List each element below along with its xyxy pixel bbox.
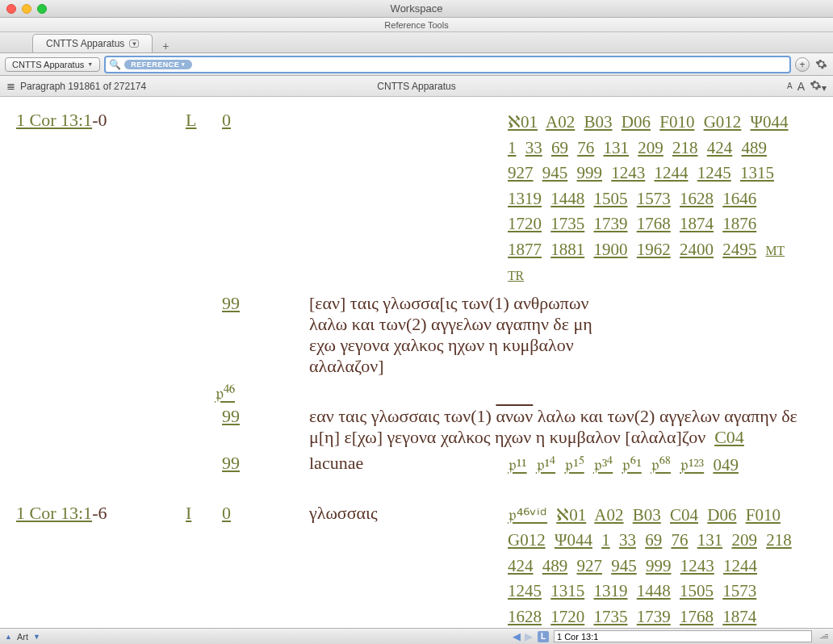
ms-link[interactable]: 1573 bbox=[637, 189, 671, 208]
ms-link[interactable]: 1881 bbox=[550, 240, 584, 259]
ms-link[interactable]: 1505 bbox=[594, 189, 628, 208]
ms-link[interactable]: TR bbox=[508, 269, 524, 282]
ms-link[interactable]: 𝔭⁴⁶ bbox=[215, 382, 235, 407]
font-decrease[interactable]: A bbox=[787, 82, 793, 90]
variant-type[interactable]: I bbox=[186, 503, 191, 523]
ms-link[interactable]: 1735 bbox=[550, 214, 584, 233]
triangle-up-icon[interactable]: ▲ bbox=[5, 633, 12, 641]
ms-link[interactable]: 489 bbox=[542, 556, 568, 575]
ms-link[interactable]: MT bbox=[766, 244, 785, 257]
ms-link[interactable]: 1319 bbox=[508, 189, 542, 208]
ms-link[interactable]: C04 bbox=[714, 427, 744, 447]
list-icon[interactable]: ≣ bbox=[6, 80, 15, 92]
ms-link[interactable]: F010 bbox=[746, 505, 781, 525]
ms-link[interactable]: 1448 bbox=[550, 189, 584, 208]
ms-link[interactable]: Ψ044 bbox=[751, 112, 789, 132]
ms-link[interactable]: 131 bbox=[697, 530, 723, 550]
search-input[interactable] bbox=[195, 59, 786, 70]
ms-link[interactable]: 76 bbox=[577, 138, 594, 157]
ms-link[interactable]: A02 bbox=[594, 505, 623, 525]
ms-link[interactable]: 945 bbox=[542, 163, 568, 182]
ms-link[interactable]: 1319 bbox=[594, 581, 628, 600]
content-area[interactable]: 1 Cor 13:1-0L0‎ℵ01 A02 B03 D06 F010 G012… bbox=[0, 97, 833, 628]
link-badge[interactable]: L bbox=[538, 631, 549, 642]
variant-number[interactable]: 0 bbox=[222, 110, 309, 288]
ms-link[interactable]: 1245 bbox=[508, 581, 542, 600]
ms-link[interactable]: 1315 bbox=[740, 163, 774, 182]
ms-link[interactable]: 999 bbox=[577, 163, 603, 182]
ms-link[interactable]: 69 bbox=[645, 530, 662, 550]
ms-link[interactable]: 33 bbox=[619, 530, 636, 550]
search-field[interactable]: 🔍 REFERENCE ▾ bbox=[104, 56, 791, 73]
resize-handle[interactable] bbox=[817, 634, 828, 638]
ms-link[interactable]: 1 bbox=[508, 138, 517, 157]
ms-link[interactable]: 218 bbox=[766, 530, 792, 550]
variant-number[interactable]: 99 bbox=[222, 293, 309, 377]
font-increase[interactable]: A bbox=[797, 80, 805, 93]
ms-link[interactable]: 1720 bbox=[508, 214, 542, 233]
ms-link[interactable]: F010 bbox=[659, 112, 694, 132]
ms-link[interactable]: 𝔭⁶¹ bbox=[622, 455, 641, 475]
ms-link[interactable]: ‎ℵ01 bbox=[508, 112, 538, 132]
ms-link[interactable]: A02 bbox=[546, 112, 575, 132]
ms-link[interactable]: Ψ044 bbox=[555, 530, 592, 550]
ms-link[interactable]: 2495 bbox=[722, 240, 756, 259]
ms-link[interactable]: 1628 bbox=[508, 607, 542, 626]
ms-link[interactable]: 209 bbox=[731, 530, 757, 550]
ms-link[interactable]: 1900 bbox=[594, 240, 628, 259]
ms-link[interactable]: 218 bbox=[672, 138, 698, 157]
ms-link[interactable]: 945 bbox=[611, 556, 637, 575]
ms-link[interactable]: 𝔭⁴⁶ᵛⁱᵈ bbox=[508, 505, 547, 525]
ms-link[interactable]: 𝔭¹⁴ bbox=[536, 455, 555, 475]
ms-link[interactable]: 1739 bbox=[594, 214, 628, 233]
ms-link[interactable]: 1243 bbox=[680, 556, 714, 575]
verse-ref[interactable]: 1 Cor 13:1 bbox=[16, 503, 92, 523]
ms-link[interactable]: D06 bbox=[622, 112, 651, 132]
close-window[interactable] bbox=[6, 4, 16, 14]
variant-type[interactable]: L bbox=[186, 110, 196, 130]
ms-link[interactable]: 1628 bbox=[680, 189, 714, 208]
ms-link[interactable]: 1448 bbox=[637, 581, 671, 600]
zoom-window[interactable] bbox=[37, 4, 47, 14]
ms-link[interactable]: 049 bbox=[713, 455, 739, 475]
search-scope-pill[interactable]: REFERENCE ▾ bbox=[124, 60, 192, 69]
resource-dropdown[interactable]: CNTTS Apparatus ▼ bbox=[5, 57, 100, 72]
ms-link[interactable]: 1739 bbox=[637, 607, 671, 626]
ms-link[interactable]: 1768 bbox=[680, 607, 714, 626]
triangle-down-icon[interactable]: ▼ bbox=[33, 633, 40, 641]
ms-link[interactable]: 1315 bbox=[550, 581, 584, 600]
ms-link[interactable]: 1646 bbox=[722, 189, 756, 208]
ms-link[interactable]: 𝔭³⁴ bbox=[593, 455, 613, 475]
tab-cntts[interactable]: CNTTS Apparatus ▼ bbox=[32, 34, 153, 52]
ms-link[interactable]: 2400 bbox=[680, 240, 714, 259]
variant-number[interactable]: 0 bbox=[222, 503, 309, 628]
prev-arrow[interactable]: ◀ bbox=[513, 630, 521, 642]
ms-link[interactable]: 𝔭¹¹ bbox=[508, 455, 527, 475]
ms-link[interactable]: 1735 bbox=[594, 607, 628, 626]
ms-link[interactable]: 1962 bbox=[637, 240, 671, 259]
verse-ref[interactable]: 1 Cor 13:1 bbox=[16, 110, 92, 130]
gear-icon[interactable]: ▾ bbox=[810, 79, 827, 94]
ms-link[interactable]: 424 bbox=[508, 556, 534, 575]
ms-link[interactable]: 𝔭¹²³ bbox=[680, 455, 704, 475]
ms-link[interactable]: 424 bbox=[707, 138, 733, 157]
ms-link[interactable]: 1874 bbox=[722, 607, 756, 626]
ms-link[interactable]: 927 bbox=[508, 163, 534, 182]
ms-link[interactable]: C04 bbox=[670, 505, 698, 525]
variant-number[interactable]: 99 bbox=[222, 406, 309, 448]
ms-link[interactable]: 131 bbox=[604, 138, 630, 157]
ms-link[interactable]: 209 bbox=[638, 138, 663, 157]
ms-link[interactable]: D06 bbox=[707, 505, 736, 525]
ms-link[interactable]: 999 bbox=[646, 556, 672, 575]
ms-link[interactable]: 1244 bbox=[655, 163, 689, 182]
ms-link[interactable]: 76 bbox=[671, 530, 688, 550]
ms-link[interactable]: G012 bbox=[704, 112, 742, 132]
ms-link[interactable]: 1877 bbox=[508, 240, 542, 259]
ms-link[interactable]: 1876 bbox=[722, 214, 756, 233]
ms-link[interactable]: B03 bbox=[584, 112, 613, 132]
ms-link[interactable]: B03 bbox=[633, 505, 661, 525]
settings-button[interactable] bbox=[814, 57, 828, 72]
variant-number[interactable]: 99 bbox=[222, 453, 309, 479]
ms-link[interactable]: 𝔭¹⁵ bbox=[564, 455, 584, 475]
ms-link[interactable]: 1573 bbox=[722, 581, 756, 600]
